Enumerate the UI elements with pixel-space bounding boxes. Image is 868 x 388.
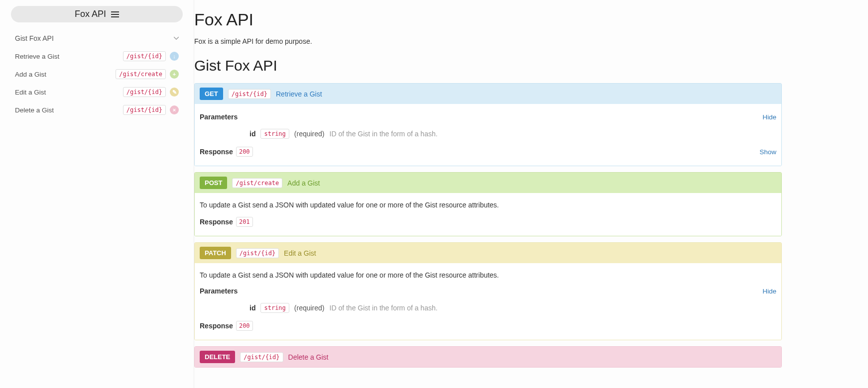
parameters-label: Parameters xyxy=(200,287,238,295)
param-description: ID of the Gist in the form of a hash. xyxy=(330,130,438,138)
path-pill: /gist/create xyxy=(116,69,166,79)
param-name: id xyxy=(249,130,255,138)
response-code: 200 xyxy=(236,321,253,331)
sidebar-item-add-a-gist[interactable]: Add a Gist /gist/create + xyxy=(11,65,183,83)
param-required: (required) xyxy=(294,304,325,312)
endpoint-header[interactable]: PATCH /gist/{id} Edit a Gist xyxy=(195,243,781,263)
endpoint-edit-a-gist: PATCH /gist/{id} Edit a Gist To update a… xyxy=(194,242,782,340)
sidebar: Fox API Gist Fox API Retrieve a Gist /gi… xyxy=(0,0,194,388)
sidebar-item-label: Delete a Gist xyxy=(15,106,54,114)
param-type: string xyxy=(260,303,289,313)
endpoint-path: /gist/create xyxy=(232,178,282,188)
endpoint-title-link[interactable]: Retrieve a Gist xyxy=(276,90,322,98)
method-dot-get-icon: ↓ xyxy=(170,52,179,61)
endpoint-retrieve-a-gist: GET /gist/{id} Retrieve a Gist Parameter… xyxy=(194,83,782,166)
sidebar-group-gist-fox-api[interactable]: Gist Fox API xyxy=(11,29,183,47)
endpoint-title-link[interactable]: Edit a Gist xyxy=(284,249,316,257)
section-title: Gist Fox API xyxy=(194,57,782,74)
endpoint-body: Parameters Hide id string (required) ID … xyxy=(195,104,781,166)
hamburger-icon[interactable] xyxy=(111,11,119,17)
endpoint-body: To update a Gist send a JSON with update… xyxy=(195,193,781,236)
endpoint-title-link[interactable]: Add a Gist xyxy=(287,179,320,187)
sidebar-item-label: Retrieve a Gist xyxy=(15,53,59,60)
response-code: 200 xyxy=(236,147,253,157)
response-code: 201 xyxy=(236,217,253,227)
chevron-down-icon xyxy=(174,37,179,40)
endpoint-path: /gist/{id} xyxy=(228,89,271,99)
endpoint-title-link[interactable]: Delete a Gist xyxy=(288,353,329,361)
sidebar-item-edit-a-gist[interactable]: Edit a Gist /gist/{id} ✎ xyxy=(11,83,183,101)
param-required: (required) xyxy=(294,130,325,138)
endpoint-path: /gist/{id} xyxy=(240,352,283,362)
hide-toggle[interactable]: Hide xyxy=(762,288,776,295)
endpoint-description: To update a Gist send a JSON with update… xyxy=(200,199,776,214)
sidebar-item-label: Edit a Gist xyxy=(15,89,46,96)
response-label: Response xyxy=(200,322,233,330)
path-pill: /gist/{id} xyxy=(123,87,166,97)
endpoint-description: To update a Gist send a JSON with update… xyxy=(200,269,776,284)
hide-toggle[interactable]: Hide xyxy=(762,113,776,121)
param-type: string xyxy=(260,129,289,139)
method-badge-delete: DELETE xyxy=(200,351,235,363)
endpoint-delete-a-gist: DELETE /gist/{id} Delete a Gist xyxy=(194,346,782,368)
endpoint-add-a-gist: POST /gist/create Add a Gist To update a… xyxy=(194,172,782,236)
sidebar-item-label: Add a Gist xyxy=(15,71,46,78)
endpoint-path: /gist/{id} xyxy=(236,248,279,258)
sidebar-item-retrieve-a-gist[interactable]: Retrieve a Gist /gist/{id} ↓ xyxy=(11,47,183,65)
method-badge-post: POST xyxy=(200,177,227,189)
page-description: Fox is a simple API for demo purpose. xyxy=(194,37,782,45)
path-pill: /gist/{id} xyxy=(123,51,166,61)
parameter-row: id string (required) ID of the Gist in t… xyxy=(200,124,776,144)
parameter-row: id string (required) ID of the Gist in t… xyxy=(200,298,776,318)
endpoint-body: To update a Gist send a JSON with update… xyxy=(195,263,781,340)
endpoint-header[interactable]: POST /gist/create Add a Gist xyxy=(195,173,781,193)
response-label: Response xyxy=(200,148,233,156)
sidebar-title-bar[interactable]: Fox API xyxy=(11,6,183,22)
method-dot-patch-icon: ✎ xyxy=(170,88,179,97)
endpoint-header[interactable]: GET /gist/{id} Retrieve a Gist xyxy=(195,84,781,104)
sidebar-title: Fox API xyxy=(75,9,106,19)
method-badge-patch: PATCH xyxy=(200,247,231,259)
method-dot-post-icon: + xyxy=(170,70,179,79)
sidebar-group-label: Gist Fox API xyxy=(15,34,54,42)
param-description: ID of the Gist in the form of a hash. xyxy=(330,304,438,312)
show-toggle[interactable]: Show xyxy=(759,148,776,156)
sidebar-item-delete-a-gist[interactable]: Delete a Gist /gist/{id} × xyxy=(11,101,183,119)
main-content: Fox API Fox is a simple API for demo pur… xyxy=(194,0,782,388)
parameters-label: Parameters xyxy=(200,113,238,121)
path-pill: /gist/{id} xyxy=(123,105,166,115)
method-dot-delete-icon: × xyxy=(170,105,179,114)
response-label: Response xyxy=(200,218,233,226)
method-badge-get: GET xyxy=(200,88,223,100)
param-name: id xyxy=(249,304,255,312)
page-title: Fox API xyxy=(194,10,782,29)
endpoint-header[interactable]: DELETE /gist/{id} Delete a Gist xyxy=(195,347,781,367)
